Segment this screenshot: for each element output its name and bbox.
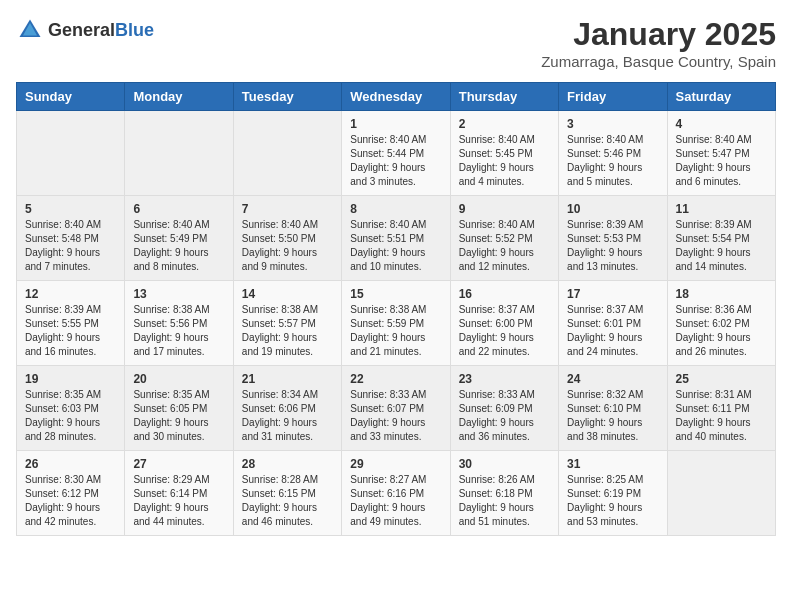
day-info: Sunrise: 8:30 AM Sunset: 6:12 PM Dayligh… — [25, 473, 116, 529]
calendar-cell: 1Sunrise: 8:40 AM Sunset: 5:44 PM Daylig… — [342, 111, 450, 196]
day-info: Sunrise: 8:32 AM Sunset: 6:10 PM Dayligh… — [567, 388, 658, 444]
day-number: 25 — [676, 372, 767, 386]
day-info: Sunrise: 8:40 AM Sunset: 5:51 PM Dayligh… — [350, 218, 441, 274]
day-number: 19 — [25, 372, 116, 386]
calendar-cell: 13Sunrise: 8:38 AM Sunset: 5:56 PM Dayli… — [125, 281, 233, 366]
day-number: 22 — [350, 372, 441, 386]
day-info: Sunrise: 8:40 AM Sunset: 5:48 PM Dayligh… — [25, 218, 116, 274]
day-number: 1 — [350, 117, 441, 131]
day-of-week-header: Friday — [559, 83, 667, 111]
day-of-week-header: Tuesday — [233, 83, 341, 111]
calendar-cell: 3Sunrise: 8:40 AM Sunset: 5:46 PM Daylig… — [559, 111, 667, 196]
calendar-cell: 15Sunrise: 8:38 AM Sunset: 5:59 PM Dayli… — [342, 281, 450, 366]
day-info: Sunrise: 8:36 AM Sunset: 6:02 PM Dayligh… — [676, 303, 767, 359]
day-number: 31 — [567, 457, 658, 471]
calendar-cell: 7Sunrise: 8:40 AM Sunset: 5:50 PM Daylig… — [233, 196, 341, 281]
calendar-cell: 26Sunrise: 8:30 AM Sunset: 6:12 PM Dayli… — [17, 451, 125, 536]
logo: GeneralBlue — [16, 16, 154, 44]
calendar-cell: 19Sunrise: 8:35 AM Sunset: 6:03 PM Dayli… — [17, 366, 125, 451]
day-number: 2 — [459, 117, 550, 131]
day-number: 15 — [350, 287, 441, 301]
calendar-cell: 20Sunrise: 8:35 AM Sunset: 6:05 PM Dayli… — [125, 366, 233, 451]
day-info: Sunrise: 8:40 AM Sunset: 5:44 PM Dayligh… — [350, 133, 441, 189]
day-number: 30 — [459, 457, 550, 471]
day-info: Sunrise: 8:29 AM Sunset: 6:14 PM Dayligh… — [133, 473, 224, 529]
day-info: Sunrise: 8:38 AM Sunset: 5:59 PM Dayligh… — [350, 303, 441, 359]
day-of-week-header: Saturday — [667, 83, 775, 111]
day-info: Sunrise: 8:26 AM Sunset: 6:18 PM Dayligh… — [459, 473, 550, 529]
calendar-cell: 5Sunrise: 8:40 AM Sunset: 5:48 PM Daylig… — [17, 196, 125, 281]
calendar-cell — [233, 111, 341, 196]
calendar-week-row: 1Sunrise: 8:40 AM Sunset: 5:44 PM Daylig… — [17, 111, 776, 196]
calendar-cell — [667, 451, 775, 536]
day-number: 24 — [567, 372, 658, 386]
day-number: 12 — [25, 287, 116, 301]
calendar-week-row: 12Sunrise: 8:39 AM Sunset: 5:55 PM Dayli… — [17, 281, 776, 366]
day-info: Sunrise: 8:28 AM Sunset: 6:15 PM Dayligh… — [242, 473, 333, 529]
day-number: 28 — [242, 457, 333, 471]
calendar-week-row: 5Sunrise: 8:40 AM Sunset: 5:48 PM Daylig… — [17, 196, 776, 281]
day-info: Sunrise: 8:35 AM Sunset: 6:05 PM Dayligh… — [133, 388, 224, 444]
day-of-week-header: Wednesday — [342, 83, 450, 111]
day-number: 21 — [242, 372, 333, 386]
day-info: Sunrise: 8:40 AM Sunset: 5:52 PM Dayligh… — [459, 218, 550, 274]
day-number: 8 — [350, 202, 441, 216]
day-info: Sunrise: 8:40 AM Sunset: 5:46 PM Dayligh… — [567, 133, 658, 189]
day-info: Sunrise: 8:35 AM Sunset: 6:03 PM Dayligh… — [25, 388, 116, 444]
day-number: 20 — [133, 372, 224, 386]
calendar-cell: 28Sunrise: 8:28 AM Sunset: 6:15 PM Dayli… — [233, 451, 341, 536]
title-block: January 2025 Zumarraga, Basque Country, … — [541, 16, 776, 70]
calendar-header-row: SundayMondayTuesdayWednesdayThursdayFrid… — [17, 83, 776, 111]
day-info: Sunrise: 8:40 AM Sunset: 5:50 PM Dayligh… — [242, 218, 333, 274]
calendar-week-row: 19Sunrise: 8:35 AM Sunset: 6:03 PM Dayli… — [17, 366, 776, 451]
calendar-cell: 29Sunrise: 8:27 AM Sunset: 6:16 PM Dayli… — [342, 451, 450, 536]
day-info: Sunrise: 8:40 AM Sunset: 5:47 PM Dayligh… — [676, 133, 767, 189]
day-number: 3 — [567, 117, 658, 131]
calendar-cell: 10Sunrise: 8:39 AM Sunset: 5:53 PM Dayli… — [559, 196, 667, 281]
day-number: 16 — [459, 287, 550, 301]
day-of-week-header: Monday — [125, 83, 233, 111]
day-number: 7 — [242, 202, 333, 216]
day-info: Sunrise: 8:38 AM Sunset: 5:57 PM Dayligh… — [242, 303, 333, 359]
calendar-cell — [125, 111, 233, 196]
day-of-week-header: Thursday — [450, 83, 558, 111]
day-number: 29 — [350, 457, 441, 471]
calendar-table: SundayMondayTuesdayWednesdayThursdayFrid… — [16, 82, 776, 536]
logo-general-text: General — [48, 20, 115, 40]
day-number: 14 — [242, 287, 333, 301]
calendar-cell: 11Sunrise: 8:39 AM Sunset: 5:54 PM Dayli… — [667, 196, 775, 281]
day-info: Sunrise: 8:27 AM Sunset: 6:16 PM Dayligh… — [350, 473, 441, 529]
calendar-cell: 31Sunrise: 8:25 AM Sunset: 6:19 PM Dayli… — [559, 451, 667, 536]
day-of-week-header: Sunday — [17, 83, 125, 111]
calendar-cell: 24Sunrise: 8:32 AM Sunset: 6:10 PM Dayli… — [559, 366, 667, 451]
day-info: Sunrise: 8:25 AM Sunset: 6:19 PM Dayligh… — [567, 473, 658, 529]
day-number: 10 — [567, 202, 658, 216]
logo-blue-text: Blue — [115, 20, 154, 40]
day-number: 6 — [133, 202, 224, 216]
day-info: Sunrise: 8:39 AM Sunset: 5:54 PM Dayligh… — [676, 218, 767, 274]
logo-icon — [16, 16, 44, 44]
page-subtitle: Zumarraga, Basque Country, Spain — [541, 53, 776, 70]
calendar-cell: 17Sunrise: 8:37 AM Sunset: 6:01 PM Dayli… — [559, 281, 667, 366]
day-number: 17 — [567, 287, 658, 301]
day-info: Sunrise: 8:39 AM Sunset: 5:53 PM Dayligh… — [567, 218, 658, 274]
calendar-cell: 27Sunrise: 8:29 AM Sunset: 6:14 PM Dayli… — [125, 451, 233, 536]
calendar-cell: 6Sunrise: 8:40 AM Sunset: 5:49 PM Daylig… — [125, 196, 233, 281]
day-info: Sunrise: 8:37 AM Sunset: 6:00 PM Dayligh… — [459, 303, 550, 359]
day-number: 27 — [133, 457, 224, 471]
calendar-cell: 2Sunrise: 8:40 AM Sunset: 5:45 PM Daylig… — [450, 111, 558, 196]
calendar-cell: 9Sunrise: 8:40 AM Sunset: 5:52 PM Daylig… — [450, 196, 558, 281]
calendar-cell: 21Sunrise: 8:34 AM Sunset: 6:06 PM Dayli… — [233, 366, 341, 451]
calendar-cell: 25Sunrise: 8:31 AM Sunset: 6:11 PM Dayli… — [667, 366, 775, 451]
day-number: 23 — [459, 372, 550, 386]
day-number: 18 — [676, 287, 767, 301]
day-info: Sunrise: 8:33 AM Sunset: 6:07 PM Dayligh… — [350, 388, 441, 444]
day-info: Sunrise: 8:40 AM Sunset: 5:45 PM Dayligh… — [459, 133, 550, 189]
day-number: 9 — [459, 202, 550, 216]
page-title: January 2025 — [541, 16, 776, 53]
day-number: 11 — [676, 202, 767, 216]
day-info: Sunrise: 8:31 AM Sunset: 6:11 PM Dayligh… — [676, 388, 767, 444]
calendar-cell: 14Sunrise: 8:38 AM Sunset: 5:57 PM Dayli… — [233, 281, 341, 366]
calendar-cell: 16Sunrise: 8:37 AM Sunset: 6:00 PM Dayli… — [450, 281, 558, 366]
day-number: 5 — [25, 202, 116, 216]
